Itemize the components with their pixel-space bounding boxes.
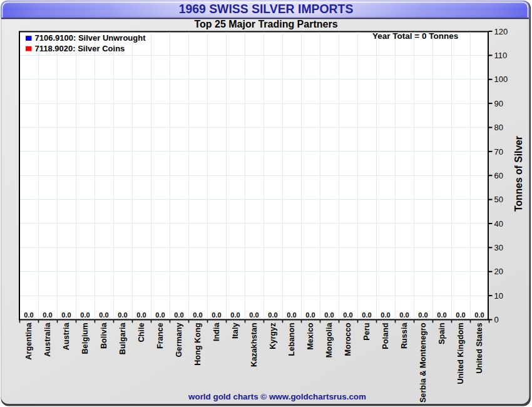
svg-text:0.0: 0.0 — [99, 311, 108, 319]
svg-text:10: 10 — [494, 291, 503, 301]
svg-text:120: 120 — [494, 27, 508, 36]
svg-text:0.0: 0.0 — [456, 311, 465, 319]
svg-text:United States: United States — [475, 323, 484, 374]
svg-text:Serbia & Montenegro: Serbia & Montenegro — [419, 322, 427, 403]
svg-text:0.0: 0.0 — [193, 311, 202, 319]
svg-text:0.0: 0.0 — [174, 311, 183, 319]
svg-text:0.0: 0.0 — [43, 311, 52, 319]
svg-text:0.0: 0.0 — [474, 311, 484, 319]
svg-text:0.0: 0.0 — [305, 311, 315, 319]
svg-text:0.0: 0.0 — [343, 311, 352, 319]
svg-text:7106.9100: Silver Unwrought: 7106.9100: Silver Unwrought — [35, 33, 146, 43]
svg-text:Year Total = 0 Tonnes: Year Total = 0 Tonnes — [372, 31, 458, 41]
svg-text:Mongolia: Mongolia — [325, 322, 334, 358]
svg-text:20: 20 — [494, 267, 503, 276]
svg-text:90: 90 — [494, 99, 503, 108]
svg-text:0.0: 0.0 — [268, 311, 277, 319]
svg-text:100: 100 — [494, 75, 508, 84]
svg-text:Kazakhstan: Kazakhstan — [250, 323, 258, 368]
svg-text:Hong Kong: Hong Kong — [193, 323, 202, 366]
svg-text:0.0: 0.0 — [80, 311, 90, 319]
svg-text:0.0: 0.0 — [381, 311, 390, 319]
svg-text:0.0: 0.0 — [61, 311, 71, 319]
svg-text:7118.9020: Silver Coins: 7118.9020: Silver Coins — [35, 44, 125, 53]
svg-text:Bulgaria: Bulgaria — [118, 322, 127, 355]
svg-text:60: 60 — [494, 171, 503, 180]
svg-text:Tonnes of Silver: Tonnes of Silver — [513, 136, 524, 212]
svg-text:Chile: Chile — [137, 323, 146, 343]
svg-text:Spain: Spain — [437, 323, 446, 345]
svg-text:0.0: 0.0 — [399, 311, 409, 319]
svg-text:0.0: 0.0 — [136, 311, 146, 319]
svg-text:India: India — [212, 322, 221, 342]
svg-text:Germany: Germany — [175, 323, 183, 358]
svg-text:Kyrgyz: Kyrgyz — [269, 323, 277, 349]
svg-text:0.0: 0.0 — [118, 311, 127, 319]
svg-text:40: 40 — [494, 219, 503, 229]
svg-text:world gold charts © www.goldch: world gold charts © www.goldchartsrus.co… — [188, 392, 366, 401]
svg-text:Belgium: Belgium — [81, 323, 90, 354]
svg-text:Mexico: Mexico — [306, 322, 315, 349]
svg-text:Morocco: Morocco — [344, 322, 352, 356]
svg-text:0.0: 0.0 — [24, 311, 33, 319]
svg-text:0.0: 0.0 — [362, 311, 371, 319]
svg-text:0.0: 0.0 — [287, 311, 296, 319]
svg-text:Bolivia: Bolivia — [100, 322, 108, 349]
svg-text:Peru: Peru — [362, 323, 371, 341]
svg-text:Poland: Poland — [381, 323, 390, 349]
svg-text:0.0: 0.0 — [418, 311, 427, 319]
svg-text:Argentina: Argentina — [24, 322, 33, 360]
svg-text:United Kingdom: United Kingdom — [456, 323, 465, 384]
svg-text:Russia: Russia — [400, 322, 409, 349]
svg-text:30: 30 — [494, 243, 503, 252]
svg-text:Australia: Australia — [43, 322, 52, 357]
svg-text:70: 70 — [494, 147, 503, 157]
svg-text:110: 110 — [494, 51, 508, 60]
svg-text:80: 80 — [494, 123, 503, 132]
svg-text:0.0: 0.0 — [249, 311, 258, 319]
svg-text:0.0: 0.0 — [437, 311, 446, 319]
svg-text:0.0: 0.0 — [155, 311, 165, 319]
svg-text:France: France — [156, 323, 165, 349]
svg-text:Italy: Italy — [231, 323, 240, 339]
svg-text:0.0: 0.0 — [324, 311, 334, 319]
svg-text:50: 50 — [494, 195, 503, 204]
svg-text:1969 SWISS SILVER IMPORTS: 1969 SWISS SILVER IMPORTS — [179, 2, 354, 16]
svg-text:0.0: 0.0 — [212, 311, 221, 319]
svg-text:Austria: Austria — [62, 322, 71, 351]
svg-text:Top 25 Major Trading Partners: Top 25 Major Trading Partners — [194, 19, 337, 29]
svg-text:0.0: 0.0 — [230, 311, 240, 319]
svg-text:Lebanon: Lebanon — [287, 323, 296, 356]
svg-text:0: 0 — [494, 315, 499, 324]
